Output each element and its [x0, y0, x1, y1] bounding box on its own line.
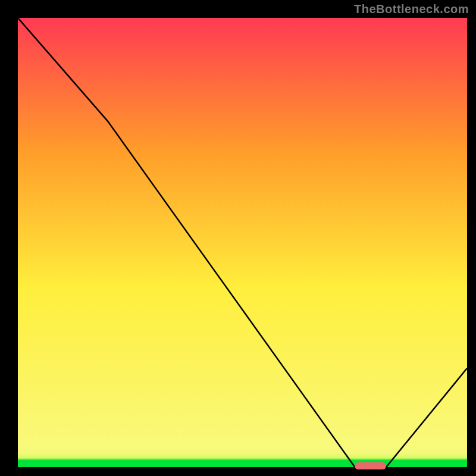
- curve-line: [18, 18, 467, 467]
- optimal-range-marker: [355, 462, 386, 469]
- bottleneck-curve: [18, 18, 467, 467]
- plot-area: [18, 18, 467, 467]
- watermark-text: TheBottleneck.com: [354, 2, 469, 16]
- chart-frame: TheBottleneck.com: [0, 0, 476, 476]
